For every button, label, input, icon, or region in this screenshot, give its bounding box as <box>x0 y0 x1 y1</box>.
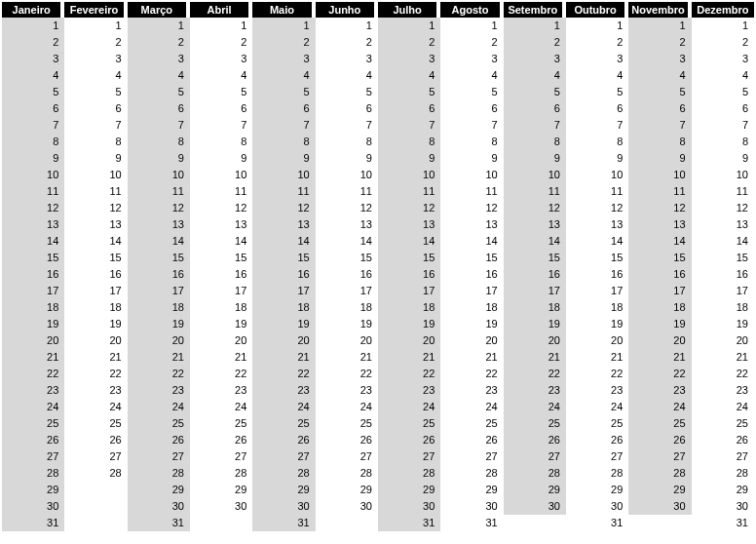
day-cell: 6 <box>628 100 691 117</box>
day-cell: 6 <box>504 100 566 117</box>
table-row: 262626262626262626262626 <box>2 432 754 448</box>
day-cell: 17 <box>628 283 691 299</box>
day-cell <box>316 515 378 531</box>
day-cell: 6 <box>64 100 127 117</box>
day-cell: 21 <box>316 349 378 366</box>
table-row: 161616161616161616161616 <box>2 266 754 283</box>
day-cell: 6 <box>128 100 190 117</box>
day-cell: 16 <box>64 266 127 283</box>
day-cell: 22 <box>566 366 628 382</box>
day-cell: 27 <box>252 448 315 465</box>
day-cell: 20 <box>190 332 252 349</box>
day-cell: 23 <box>2 382 64 399</box>
day-cell: 27 <box>504 448 566 465</box>
day-cell: 27 <box>2 448 64 465</box>
day-cell: 24 <box>64 399 127 415</box>
day-cell: 6 <box>2 100 64 117</box>
day-cell: 15 <box>316 250 378 266</box>
day-cell: 18 <box>128 299 190 316</box>
day-cell: 8 <box>504 134 566 150</box>
table-row: 232323232323232323232323 <box>2 382 754 399</box>
day-cell: 13 <box>2 216 64 233</box>
day-cell: 28 <box>692 465 754 482</box>
day-cell: 9 <box>316 150 378 167</box>
day-cell: 22 <box>378 366 440 382</box>
day-cell: 13 <box>378 216 440 233</box>
table-row: 888888888888 <box>2 134 754 150</box>
day-cell: 30 <box>628 498 691 515</box>
day-cell <box>504 515 566 531</box>
day-cell: 2 <box>504 34 566 51</box>
day-cell: 22 <box>2 366 64 382</box>
day-cell: 4 <box>252 67 315 84</box>
day-cell: 21 <box>128 349 190 366</box>
day-cell: 7 <box>128 117 190 134</box>
column-header: Abril <box>190 2 252 18</box>
day-cell: 17 <box>2 283 64 299</box>
day-cell: 19 <box>628 316 691 332</box>
day-cell: 19 <box>316 316 378 332</box>
day-cell: 20 <box>504 332 566 349</box>
day-cell: 20 <box>692 332 754 349</box>
day-cell: 1 <box>566 18 628 34</box>
day-cell: 3 <box>628 51 691 67</box>
day-cell: 16 <box>316 266 378 283</box>
day-cell: 22 <box>504 366 566 382</box>
day-cell: 20 <box>316 332 378 349</box>
day-cell: 1 <box>2 18 64 34</box>
day-cell: 4 <box>128 67 190 84</box>
day-cell: 26 <box>378 432 440 448</box>
day-cell: 25 <box>378 415 440 432</box>
day-cell: 7 <box>566 117 628 134</box>
day-cell: 22 <box>64 366 127 382</box>
table-row: 242424242424242424242424 <box>2 399 754 415</box>
day-cell: 1 <box>252 18 315 34</box>
day-cell: 8 <box>190 134 252 150</box>
day-cell: 21 <box>252 349 315 366</box>
day-cell: 3 <box>692 51 754 67</box>
day-cell: 14 <box>504 233 566 250</box>
day-cell: 27 <box>316 448 378 465</box>
day-cell: 16 <box>692 266 754 283</box>
day-cell: 11 <box>128 183 190 200</box>
day-cell: 25 <box>692 415 754 432</box>
day-cell: 30 <box>190 498 252 515</box>
day-cell: 4 <box>566 67 628 84</box>
day-cell: 14 <box>566 233 628 250</box>
day-cell: 25 <box>566 415 628 432</box>
day-cell: 18 <box>628 299 691 316</box>
day-cell: 12 <box>566 200 628 216</box>
day-cell: 8 <box>128 134 190 150</box>
table-row: 777777777777 <box>2 117 754 134</box>
day-cell: 29 <box>190 482 252 498</box>
day-cell: 26 <box>692 432 754 448</box>
day-cell: 24 <box>252 399 315 415</box>
table-row: 101010101010101010101010 <box>2 167 754 183</box>
day-cell: 3 <box>252 51 315 67</box>
day-cell: 29 <box>692 482 754 498</box>
day-cell: 23 <box>440 382 503 399</box>
day-cell: 9 <box>128 150 190 167</box>
day-cell: 2 <box>378 34 440 51</box>
table-row: 31313131313131 <box>2 515 754 531</box>
day-cell: 4 <box>504 67 566 84</box>
day-cell: 4 <box>440 67 503 84</box>
day-cell: 27 <box>128 448 190 465</box>
day-cell: 14 <box>128 233 190 250</box>
table-row: 181818181818181818181818 <box>2 299 754 316</box>
day-cell: 18 <box>440 299 503 316</box>
day-cell: 17 <box>692 283 754 299</box>
day-cell: 26 <box>628 432 691 448</box>
day-cell: 20 <box>628 332 691 349</box>
day-cell: 1 <box>190 18 252 34</box>
table-row: 121212121212121212121212 <box>2 200 754 216</box>
day-cell: 29 <box>316 482 378 498</box>
day-cell: 20 <box>128 332 190 349</box>
day-cell: 10 <box>378 167 440 183</box>
day-cell: 3 <box>64 51 127 67</box>
day-cell: 10 <box>128 167 190 183</box>
column-header: Dezembro <box>692 2 754 18</box>
day-cell: 27 <box>190 448 252 465</box>
day-cell: 13 <box>440 216 503 233</box>
table-row: 131313131313131313131313 <box>2 216 754 233</box>
